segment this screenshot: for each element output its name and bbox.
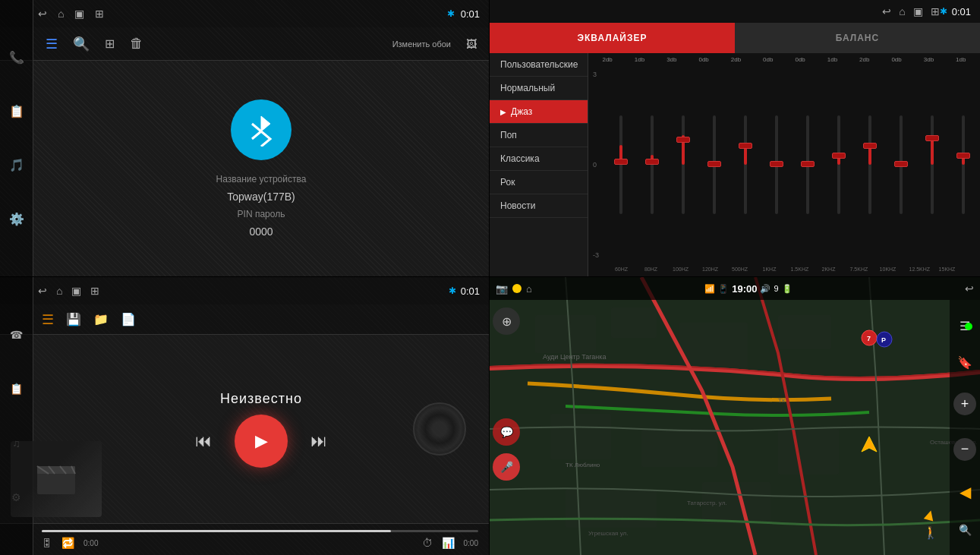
eq-slider-2[interactable] <box>644 115 660 214</box>
db-scale-0: 0 <box>593 161 602 169</box>
timer-icon[interactable]: ⏱ <box>422 537 433 549</box>
navigation-panel: Ауди Центр Таганка Волгоградский пр-т ТК… <box>490 277 980 555</box>
phone-icon[interactable]: 📞 <box>6 47 27 68</box>
search-icon[interactable]: 🔍 <box>73 36 90 52</box>
device-name: Topway(177B) <box>227 191 295 203</box>
repeat-icon[interactable]: 🔁 <box>61 537 74 549</box>
time-end: 0:00 <box>464 539 478 547</box>
music-home-icon[interactable]: ⌂ <box>56 285 62 297</box>
freq-120hz: 120HZ <box>702 266 719 272</box>
contacts-icon[interactable]: 📋 <box>6 101 27 122</box>
svg-text:Татарсстр. ул.: Татарсстр. ул. <box>687 500 727 506</box>
nav-volume-level: 9 <box>774 284 778 293</box>
music-icon[interactable]: 🎵 <box>6 155 27 176</box>
eq-slider-9[interactable] <box>862 115 878 214</box>
preset-news[interactable]: Новости <box>490 194 588 218</box>
prev-track-button[interactable]: ⏮ <box>195 431 212 451</box>
nav-top-left-icons: 📷 ⌂ <box>496 283 532 295</box>
eq-slider-1[interactable] <box>613 115 629 214</box>
delete-icon[interactable]: 🗑 <box>130 36 143 52</box>
freq-80hz: 80HZ <box>643 266 660 272</box>
eq-home-icon[interactable]: ⌂ <box>899 5 905 17</box>
bt-time: 0:01 <box>461 8 480 20</box>
progress-bar[interactable] <box>42 530 478 532</box>
eq-slider-3[interactable] <box>675 115 692 214</box>
nav-compass-button[interactable]: ⊕ <box>493 307 520 335</box>
tab-balance[interactable]: БАЛАНС <box>735 23 980 53</box>
next-track-button[interactable]: ⏭ <box>310 431 327 451</box>
svg-text:ТК Люблино: ТК Люблино <box>566 462 600 468</box>
eq-slider-12[interactable] <box>955 115 972 214</box>
music-window-icon[interactable]: ▣ <box>71 285 81 297</box>
eq-back-icon[interactable]: ↩ <box>882 5 891 17</box>
db-val-12: 1db <box>950 56 972 63</box>
nav-direction-icon[interactable]: ◀ <box>960 483 971 501</box>
device-label: Название устройства <box>216 174 307 184</box>
eq-slider-5[interactable] <box>737 115 754 214</box>
preset-normal[interactable]: Нормальный <box>490 77 588 100</box>
progress-fill <box>42 530 391 532</box>
nav-home-icon[interactable]: ⌂ <box>526 283 532 295</box>
preset-jazz[interactable]: ▶ Джаз <box>490 100 588 124</box>
settings-icon[interactable]: ⚙️ <box>6 209 27 230</box>
eq-slider-6[interactable] <box>768 115 785 214</box>
nav-volume-icon[interactable]: 🔊 <box>760 284 770 294</box>
eq-slider-8[interactable] <box>830 115 847 214</box>
freq-10khz: 10KHZ <box>880 266 896 272</box>
svg-rect-10 <box>778 315 831 349</box>
nav-back-icon[interactable]: ↩ <box>965 282 974 295</box>
svg-text:ТК: ТК <box>778 397 786 404</box>
play-button[interactable]: ▶ <box>235 415 288 468</box>
nav-circle-icon <box>512 284 522 293</box>
eq-slider-10[interactable] <box>893 115 909 214</box>
music-list-icon[interactable]: ☰ <box>42 311 54 328</box>
db-val-2: 1db <box>628 56 651 63</box>
db-val-10: 0db <box>885 56 908 63</box>
preset-rock[interactable]: Рок <box>490 171 588 194</box>
nav-chat-button[interactable]: 💬 <box>493 418 520 446</box>
svg-rect-12 <box>641 429 717 467</box>
freq-100hz: 100HZ <box>673 266 689 272</box>
freq-12_5khz: 12.5KHZ <box>909 266 926 272</box>
music-bt-icon: ✱ <box>449 285 456 296</box>
nav-mic-button[interactable]: 🎤 <box>493 453 520 481</box>
eq-toggle-icon[interactable]: 🎛 <box>42 537 52 549</box>
nav-zoom-in-button[interactable]: + <box>953 393 976 415</box>
nav-zoom-out-button[interactable]: − <box>953 438 976 461</box>
eq-screenshot-icon[interactable]: ⊞ <box>931 5 940 17</box>
nav-bookmark-icon[interactable]: 🔖 <box>957 355 972 370</box>
nav-gps-dot <box>965 323 972 330</box>
back-icon[interactable]: ↩ <box>38 8 47 20</box>
music-back-icon[interactable]: ↩ <box>38 285 47 297</box>
music-save-icon[interactable]: 💾 <box>66 312 81 326</box>
nav-top-bar: 📷 ⌂ 📶 📱 19:00 🔊 9 🔋 ↩ <box>490 277 980 300</box>
wallpaper-icon[interactable]: 🖼 <box>466 38 477 50</box>
eq-window-icon[interactable]: ▣ <box>913 5 923 17</box>
window-icon[interactable]: ▣ <box>74 8 84 20</box>
home-icon[interactable]: ⌂ <box>58 8 64 20</box>
eq-time: 0:01 <box>952 6 971 17</box>
track-title: Неизвестно <box>220 391 302 407</box>
music-file-icon[interactable]: 📄 <box>121 312 136 326</box>
preset-classic[interactable]: Классика <box>490 147 588 171</box>
eq-top-bar: ↩ ⌂ ▣ ⊞ ✱ 0:01 <box>490 0 980 23</box>
list-icon[interactable]: ☰ <box>46 36 58 52</box>
eq-slider-7[interactable] <box>799 115 816 214</box>
bluetooth-panel: 📞 📋 🎵 ⚙️ ↩ ⌂ ▣ ⊞ ✱ 0:01 ☰ 🔍 ⊞ 🗑 Изменить… <box>0 0 490 277</box>
music-screenshot-icon[interactable]: ⊞ <box>90 285 99 297</box>
eq-icon[interactable]: ⊞ <box>105 36 115 51</box>
screenshot-icon[interactable]: ⊞ <box>95 8 104 20</box>
db-val-11: 3db <box>917 56 940 63</box>
preset-user[interactable]: Пользовательские <box>490 53 588 77</box>
db-scale-n3: -3 <box>593 251 602 259</box>
music-folder-icon[interactable]: 📁 <box>93 312 109 326</box>
tab-equalizer[interactable]: ЭКВАЛАЙЗЕР <box>490 23 735 53</box>
nav-search-icon[interactable]: 🔍 <box>959 524 972 536</box>
visualizer-icon[interactable]: 📊 <box>442 537 455 549</box>
nav-camera-icon[interactable]: 📷 <box>496 283 508 295</box>
eq-slider-11[interactable] <box>924 115 941 214</box>
freq-7_5khz: 7.5KHZ <box>850 266 867 272</box>
top-nav-icons: ↩ ⌂ ▣ ⊞ <box>38 8 104 20</box>
eq-slider-4[interactable] <box>706 115 723 214</box>
preset-pop[interactable]: Поп <box>490 124 588 147</box>
